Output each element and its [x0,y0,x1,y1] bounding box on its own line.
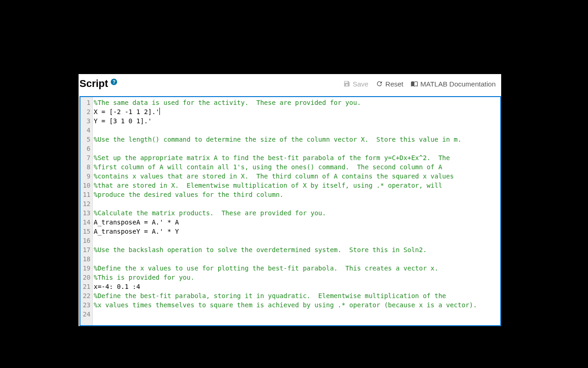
line-number: 6 [81,144,90,153]
code-line[interactable]: %that are stored in X. Elementwise multi… [94,181,500,190]
save-label: Save [353,80,368,88]
line-number: 19 [81,264,90,273]
save-icon [343,80,351,87]
code-line[interactable]: %Define the x values to use for plotting… [94,264,500,273]
line-number: 12 [81,199,90,208]
line-number: 3 [81,116,90,126]
code-line[interactable]: %Set up the appropriate matrix A to find… [94,153,500,162]
line-number: 18 [81,254,90,264]
help-icon[interactable]: ? [111,79,117,85]
panel-actions: Save Reset MATLAB Documentation [343,80,496,88]
script-panel: Script ? Save Reset MATLAB Documentati [79,74,501,326]
line-number: 11 [81,190,90,199]
code-area[interactable]: %The same data is used for the activity.… [93,97,500,325]
line-number: 10 [81,181,90,190]
docs-label: MATLAB Documentation [420,80,496,88]
reset-label: Reset [385,80,403,88]
panel-title: Script [79,78,108,90]
line-number: 23 [81,300,90,310]
line-number: 5 [81,135,90,144]
code-line[interactable]: %x values times themselves to square the… [94,300,500,310]
panel-header: Script ? Save Reset MATLAB Documentati [79,74,501,96]
line-number: 21 [81,282,90,291]
code-line[interactable]: %Use the backslash operation to solve th… [94,245,500,254]
code-line[interactable]: A_transposeY = A.' * Y [94,227,500,236]
line-number: 4 [81,126,90,135]
line-number: 20 [81,273,90,282]
line-number: 17 [81,245,90,254]
code-line[interactable]: x=-4: 0.1 :4 [94,282,500,291]
text-cursor [159,108,160,115]
line-number: 15 [81,227,90,236]
code-line[interactable]: A_transposeA = A.' * A [94,218,500,227]
code-line[interactable]: X = [-2 -1 1 2].' [94,107,500,116]
line-number: 9 [81,172,90,181]
code-editor[interactable]: 123456789101112131415161718192021222324 … [79,96,501,326]
line-number: 13 [81,208,90,218]
code-line[interactable] [94,254,500,264]
line-number: 14 [81,218,90,227]
code-line[interactable]: %first column of A will contain all 1's,… [94,162,500,172]
code-line[interactable] [94,310,500,319]
line-number: 8 [81,162,90,172]
book-icon [411,80,418,87]
code-line[interactable]: %The same data is used for the activity.… [94,98,500,107]
reset-icon [376,80,383,87]
code-line[interactable] [94,199,500,208]
code-line[interactable] [94,144,500,153]
code-line[interactable]: %Use the length() command to determine t… [94,135,500,144]
code-line[interactable] [94,236,500,245]
line-number: 16 [81,236,90,245]
save-button[interactable]: Save [343,80,368,88]
reset-button[interactable]: Reset [376,80,403,88]
code-line[interactable]: %This is provided for you. [94,273,500,282]
code-line[interactable] [94,126,500,135]
line-number: 7 [81,153,90,162]
code-line[interactable]: %Define the best-fit parabola, storing i… [94,291,500,300]
code-line[interactable]: %Calculate the matrix products. These ar… [94,208,500,218]
line-number: 22 [81,291,90,300]
docs-button[interactable]: MATLAB Documentation [411,80,496,88]
line-number: 24 [81,310,90,319]
line-number: 2 [81,107,90,116]
code-line[interactable]: %produce the desired values for the thir… [94,190,500,199]
title-group: Script ? [79,78,117,90]
code-line[interactable]: %contains x values that are stored in X.… [94,172,500,181]
line-gutter: 123456789101112131415161718192021222324 [80,97,93,325]
line-number: 1 [81,98,90,107]
code-line[interactable]: Y = [3 1 0 1].' [94,116,500,126]
